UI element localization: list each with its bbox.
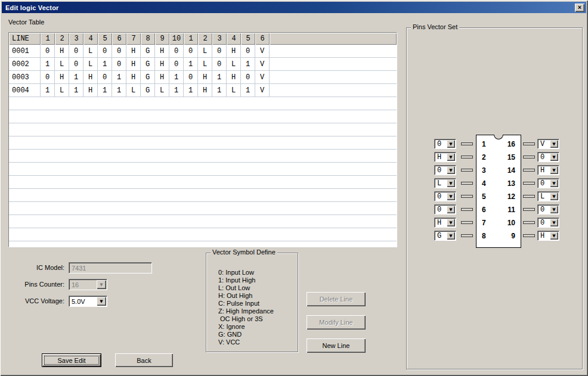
column-header[interactable]: 1	[184, 33, 198, 45]
column-header[interactable]: 3	[69, 33, 83, 45]
column-header[interactable]: 5	[98, 33, 112, 45]
dropdown-arrow-icon[interactable]: ▼	[447, 153, 455, 161]
vector-cell: 0	[241, 45, 255, 57]
vector-cell: 1	[169, 84, 184, 97]
vector-cell: 1	[184, 84, 198, 97]
new-line-button[interactable]: New Line	[307, 338, 366, 353]
pin-11-combo[interactable]: 0▼	[537, 204, 559, 215]
pin-combo-value: 0	[540, 153, 550, 161]
column-header[interactable]: 2	[198, 33, 212, 45]
pin-12-combo[interactable]: L▼	[537, 191, 559, 201]
table-row[interactable]: 00021L0L10HGH01L0L1V	[9, 58, 397, 71]
dropdown-arrow-icon[interactable]: ▼	[550, 192, 558, 200]
vector-cell: 1	[112, 71, 126, 83]
dropdown-arrow-icon[interactable]: ▼	[447, 219, 455, 226]
window-title: Edit logic Vector	[5, 4, 575, 11]
pin-stub	[523, 169, 535, 172]
empty-row	[9, 110, 397, 123]
pin-2-combo[interactable]: H▼	[434, 152, 456, 162]
pin-stub	[523, 142, 535, 145]
pin-7-combo[interactable]: H▼	[434, 217, 456, 228]
dropdown-arrow-icon[interactable]: ▼	[447, 140, 455, 148]
vector-cell: L	[55, 84, 69, 97]
vector-cell: H	[126, 45, 141, 57]
column-header[interactable]: 5	[241, 33, 255, 45]
vector-cell: 1	[212, 71, 227, 83]
pin-number: 11	[507, 203, 515, 216]
vcc-voltage-combo[interactable]: 5.0V ▼	[69, 296, 107, 307]
pin-stub	[523, 182, 535, 185]
dropdown-arrow-icon[interactable]: ▼	[447, 179, 455, 187]
vector-cell: V	[255, 45, 270, 57]
vector-cell: 0	[169, 58, 184, 70]
pin-combo-value: 0	[540, 206, 550, 213]
empty-row	[9, 176, 397, 189]
vector-cell: L	[83, 58, 98, 70]
dropdown-arrow-icon[interactable]: ▼	[97, 297, 106, 306]
dropdown-arrow-icon[interactable]: ▼	[447, 192, 455, 200]
pin-8-combo[interactable]: G▼	[434, 231, 456, 241]
table-row[interactable]: 00010H0L00HGH00L0H0V	[9, 45, 397, 58]
pin-5-combo[interactable]: 0▼	[434, 191, 456, 201]
column-header[interactable]: LINE	[9, 33, 41, 45]
column-header[interactable]: 6	[255, 33, 270, 45]
dropdown-arrow-icon[interactable]: ▼	[550, 206, 558, 213]
line-number-cell: 0003	[9, 71, 41, 83]
save-edit-button[interactable]: Save Edit	[42, 353, 101, 367]
dropdown-arrow-icon[interactable]: ▼	[550, 140, 558, 148]
vector-cell: 0	[98, 45, 112, 57]
dropdown-arrow-icon[interactable]: ▼	[447, 206, 455, 213]
vector-cell: 0	[41, 45, 55, 57]
dropdown-arrow-icon[interactable]: ▼	[550, 179, 558, 187]
vector-cell: 0	[112, 58, 126, 70]
column-header[interactable]: 4	[83, 33, 98, 45]
ic-chip-diagram: 12345678161514131211109	[476, 135, 521, 248]
chip-notch-icon	[494, 135, 503, 139]
table-row[interactable]: 00041L1H11LGL11H1L1V	[9, 84, 397, 97]
back-button[interactable]: Back	[115, 353, 173, 367]
column-header[interactable]: 2	[55, 33, 69, 45]
pin-9-combo[interactable]: H▼	[537, 231, 559, 241]
pin-stub	[461, 221, 473, 224]
ic-model-field: 7431	[69, 262, 152, 274]
column-header[interactable]: 4	[227, 33, 241, 45]
ic-model-label: IC Model:	[5, 264, 64, 271]
pin-15-combo[interactable]: 0▼	[537, 152, 559, 162]
column-header[interactable]: 1	[41, 33, 55, 45]
pin-1-combo[interactable]: 0▼	[434, 139, 456, 149]
vector-symbol-define-label: Vector Symbol Define	[211, 248, 277, 256]
dropdown-arrow-icon[interactable]: ▼	[550, 153, 558, 161]
dropdown-arrow-icon[interactable]: ▼	[550, 166, 558, 174]
pin-combo-value: V	[540, 140, 550, 148]
dropdown-arrow-icon[interactable]: ▼	[550, 219, 558, 226]
pin-14-combo[interactable]: H▼	[537, 165, 559, 175]
vector-cell: H	[55, 45, 69, 57]
vector-cell: 0	[69, 58, 83, 70]
line-number-cell: 0001	[9, 45, 41, 57]
vector-table[interactable]: LINE12345678910123456 00010H0L00HGH00L0H…	[8, 32, 397, 247]
vector-cell: 1	[169, 71, 184, 83]
dropdown-arrow-icon[interactable]: ▼	[447, 232, 455, 240]
column-header[interactable]: 7	[126, 33, 141, 45]
pin-3-combo[interactable]: 0▼	[434, 165, 456, 175]
pin-13-combo[interactable]: 0▼	[537, 178, 559, 188]
dropdown-arrow-icon[interactable]: ▼	[550, 232, 558, 240]
column-header[interactable]: 10	[169, 33, 184, 45]
empty-row	[9, 150, 397, 163]
column-header[interactable]: 3	[212, 33, 227, 45]
column-header[interactable]: 8	[141, 33, 155, 45]
titlebar[interactable]: Edit logic Vector ×	[2, 2, 586, 13]
pin-10-combo[interactable]: 0▼	[537, 217, 559, 228]
column-header[interactable]: 6	[112, 33, 126, 45]
column-header[interactable]: 9	[155, 33, 169, 45]
dropdown-arrow-icon[interactable]: ▼	[447, 166, 455, 174]
pin-6-combo[interactable]: 0▼	[434, 204, 456, 215]
pin-16-combo[interactable]: V▼	[537, 139, 559, 149]
vector-cell: 1	[98, 58, 112, 70]
close-button[interactable]: ×	[575, 4, 584, 12]
pin-4-combo[interactable]: L▼	[434, 178, 456, 188]
pin-combo-value: 0	[437, 192, 447, 200]
line-number-cell: 0002	[9, 58, 41, 70]
vector-cell: L	[198, 58, 212, 70]
table-row[interactable]: 00030H1H01HGH10H1H0V	[9, 71, 397, 84]
